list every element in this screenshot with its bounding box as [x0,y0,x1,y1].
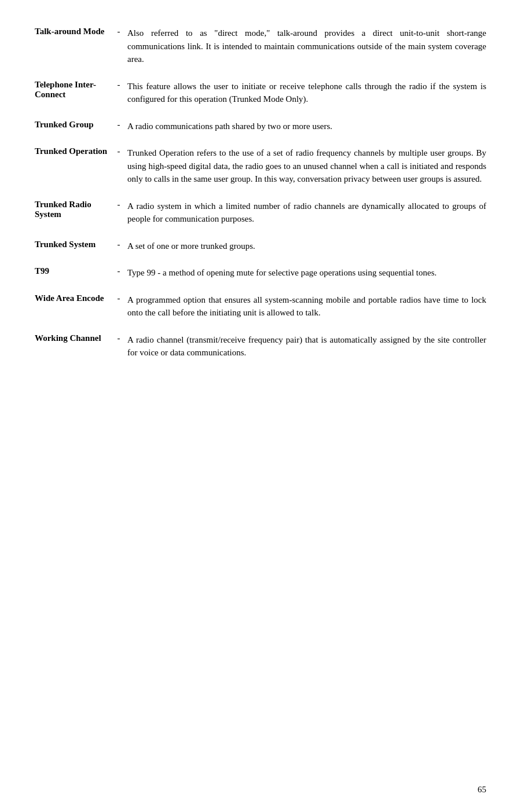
table-row: Wide Area Encode-A programmed option tha… [35,290,486,323]
glossary-table: Talk-around Mode-Also referred to as "di… [35,23,486,370]
table-row: Trunked Operation-Trunked Operation refe… [35,143,486,189]
dash-cell: - [110,196,127,229]
dash-cell: - [110,236,127,256]
spacer-row [35,363,486,370]
term-cell: Trunked Group [35,116,110,137]
term-cell: Wide Area Encode [35,290,110,323]
table-row: Trunked Group-A radio communications pat… [35,116,486,137]
dash-cell: - [110,330,127,363]
definition-cell: A radio system in which a limited number… [127,196,486,229]
table-row: Telephone Inter-Connect-This feature all… [35,76,486,109]
term-cell: Working Channel [35,330,110,363]
page-number: 65 [478,785,486,795]
definition-cell: A radio channel (transmit/receive freque… [127,330,486,363]
spacer-row [35,283,486,290]
definition-cell: A radio communications path shared by tw… [127,116,486,137]
definition-cell: Also referred to as "direct mode," talk-… [127,23,486,69]
dash-cell: - [110,263,127,283]
spacer-row [35,256,486,263]
dash-cell: - [110,290,127,323]
term-cell: Telephone Inter-Connect [35,76,110,109]
term-cell: T99 [35,263,110,283]
term-cell: Trunked Operation [35,143,110,189]
spacer-row [35,189,486,196]
dash-cell: - [110,143,127,189]
spacer-row [35,109,486,116]
dash-cell: - [110,116,127,137]
table-row: Trunked System-A set of one or more trun… [35,236,486,256]
table-row: T99-Type 99 - a method of opening mute f… [35,263,486,283]
definition-cell: A set of one or more trunked groups. [127,236,486,256]
spacer-row [35,229,486,236]
spacer-row [35,136,486,143]
table-row: Working Channel-A radio channel (transmi… [35,330,486,363]
definition-cell: Trunked Operation refers to the use of a… [127,143,486,189]
definition-cell: This feature allows the user to initiate… [127,76,486,109]
page-content: Talk-around Mode-Also referred to as "di… [0,0,521,416]
definition-cell: A programmed option that ensures all sys… [127,290,486,323]
dash-cell: - [110,23,127,69]
term-cell: Trunked Radio System [35,196,110,229]
definition-cell: Type 99 - a method of opening mute for s… [127,263,486,283]
table-row: Trunked Radio System-A radio system in w… [35,196,486,229]
dash-cell: - [110,76,127,109]
spacer-row [35,323,486,330]
table-row: Talk-around Mode-Also referred to as "di… [35,23,486,69]
term-cell: Trunked System [35,236,110,256]
spacer-row [35,69,486,76]
term-cell: Talk-around Mode [35,23,110,69]
